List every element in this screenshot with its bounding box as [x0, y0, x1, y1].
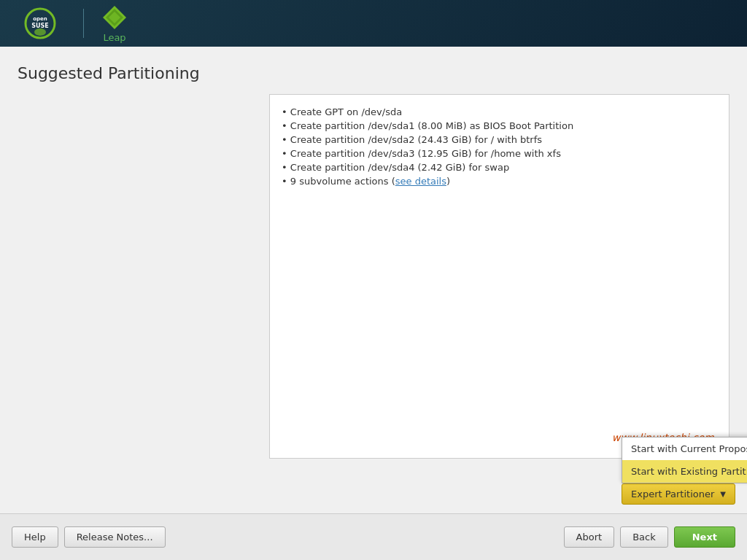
start-current-proposal-item[interactable]: Start with Current Proposal — [622, 438, 747, 460]
header-divider — [83, 9, 84, 38]
start-existing-partitions-item[interactable]: Start with Existing Partitions — [622, 460, 747, 483]
leap-label: Leap — [103, 32, 125, 43]
partition-item-2: Create partition /dev/sda1 (8.00 MiB) as… — [282, 120, 717, 131]
partition-info-box: Create GPT on /dev/sda Create partition … — [269, 94, 729, 459]
back-button[interactable]: Back — [620, 526, 668, 548]
abort-button[interactable]: Abort — [564, 526, 615, 548]
partition-item-4: Create partition /dev/sda3 (12.95 GiB) f… — [282, 148, 717, 159]
bottom-right-buttons: Abort Back Next — [564, 526, 735, 548]
expert-partitioner-button[interactable]: Expert Partitioner ▼ — [622, 483, 735, 505]
opensuse-logo: open SUSE — [15, 6, 66, 41]
release-notes-button[interactable]: Release Notes... — [64, 526, 166, 548]
page-title: Suggested Partitioning — [18, 64, 729, 82]
help-button[interactable]: Help — [12, 526, 58, 548]
dropdown-arrow-icon: ▼ — [720, 490, 726, 498]
bottom-left-buttons: Help Release Notes... — [12, 526, 564, 548]
partition-item-subvolume: 9 subvolume actions (see details) — [282, 176, 717, 187]
partition-item-1: Create GPT on /dev/sda — [282, 106, 717, 117]
expert-partitioner-wrapper: Start with Current Proposal Start with E… — [622, 483, 735, 505]
leap-logo: Leap — [101, 4, 128, 43]
header: open SUSE Leap — [0, 0, 747, 47]
svg-text:open: open — [33, 16, 47, 22]
action-buttons-area: Guided Setup Start with Current Proposal… — [610, 448, 747, 513]
svg-point-3 — [34, 28, 46, 36]
bottom-bar: Help Release Notes... Abort Back Next — [0, 513, 747, 560]
svg-text:SUSE: SUSE — [31, 23, 48, 29]
see-details-link[interactable]: see details — [395, 176, 446, 187]
partition-item-5: Create partition /dev/sda4 (2.42 GiB) fo… — [282, 162, 717, 173]
partition-item-3: Create partition /dev/sda2 (24.43 GiB) f… — [282, 134, 717, 145]
next-button[interactable]: Next — [674, 526, 735, 548]
expert-dropdown-menu: Start with Current Proposal Start with E… — [622, 437, 747, 483]
